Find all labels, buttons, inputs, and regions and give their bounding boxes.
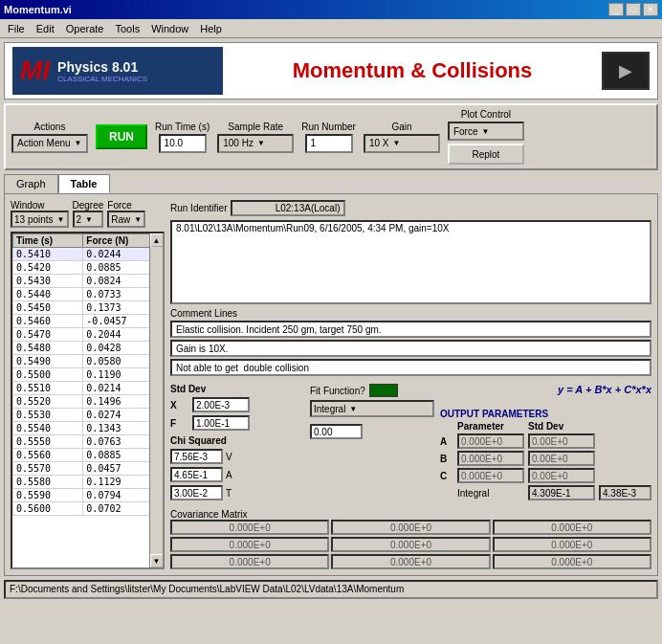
x-row: X [170, 397, 304, 412]
param-c-input [457, 468, 524, 483]
chi-val-input[interactable] [310, 424, 363, 439]
gain-group: Gain 10 X ▼ [364, 122, 440, 153]
menu-window[interactable]: Window [147, 22, 192, 35]
chi-input-1[interactable] [170, 467, 223, 482]
param-a-input [457, 433, 524, 449]
fit-type-select[interactable]: Integral ▼ [310, 400, 434, 417]
cov-grid [170, 520, 651, 569]
cov-cell [331, 520, 490, 535]
output-row-a: A [440, 433, 651, 449]
sample-rate-select[interactable]: 100 Hz ▼ [217, 134, 294, 153]
table-cell: 0.5550 [13, 435, 83, 449]
cov-cell [331, 554, 490, 569]
menu-operate[interactable]: Operate [62, 22, 108, 35]
window-title: Momentum.vi [4, 4, 72, 15]
table-tab[interactable]: Table [58, 174, 110, 193]
table-row: 0.5460-0.0457 [13, 315, 163, 328]
param-label-b: B [440, 454, 453, 464]
equation-display: y = A + B*x + C*x*x [558, 384, 651, 405]
stats-section: Std Dev X F Chi Squared V [170, 384, 651, 500]
std-a-input [528, 433, 595, 449]
actions-group: Actions Action Menu ▼ [11, 122, 88, 153]
table-row: 0.55600.0885 [13, 449, 163, 462]
col-time: Time (s) [13, 234, 83, 248]
table-row: 0.55200.1496 [13, 395, 163, 409]
table-cell: 0.5430 [13, 275, 83, 288]
chi-suffix-1: A [226, 470, 232, 480]
data-table: Time (s) Force (N) 0.54100.02440.54200.0… [12, 233, 163, 516]
chi-suffix-2: T [226, 488, 232, 499]
output-row-c: C [440, 468, 651, 483]
comment-input-3[interactable] [170, 359, 651, 376]
cov-cell [493, 520, 651, 535]
gain-arrow: ▼ [393, 139, 401, 147]
close-button[interactable]: ✕ [643, 3, 658, 16]
window-select[interactable]: 13 points ▼ [11, 211, 69, 228]
content-area: Window 13 points ▼ Degree 2 ▼ Force [4, 193, 658, 576]
action-menu-select[interactable]: Action Menu ▼ [11, 134, 88, 153]
scroll-up-button[interactable]: ▲ [150, 233, 164, 247]
table-cell: 0.5450 [13, 301, 83, 315]
table-cell: 0.5500 [13, 368, 83, 382]
menu-edit[interactable]: Edit [33, 22, 58, 35]
table-controls: Window 13 points ▼ Degree 2 ▼ Force [11, 200, 165, 228]
comment-input-1[interactable] [170, 321, 651, 338]
chi-sq-label: Chi Squared [170, 435, 304, 446]
run-number-input[interactable] [305, 134, 353, 153]
minimize-button[interactable]: _ [608, 3, 624, 16]
table-row: 0.56000.0702 [13, 502, 163, 516]
cov-cell [170, 520, 329, 535]
stats-left: Std Dev X F Chi Squared V [170, 384, 304, 500]
table-cell: 0.5510 [13, 382, 83, 395]
cov-cell [493, 537, 651, 552]
comment-section: Comment Lines [170, 308, 651, 376]
run-time-input[interactable] [159, 134, 207, 153]
window-group: Window 13 points ▼ [11, 200, 69, 228]
table-cell: 0.5560 [13, 449, 83, 462]
logo-area: MI Physics 8.01 CLASSICAL MECHANICS [12, 47, 223, 95]
force-arrow: ▼ [134, 215, 142, 224]
run-time-group: Run Time (s) [155, 122, 210, 153]
param-b-input [457, 451, 524, 466]
graph-tab[interactable]: Graph [4, 174, 58, 193]
fit-toggle[interactable] [369, 384, 398, 397]
run-button[interactable]: RUN [96, 124, 147, 149]
degree-group: Degree 2 ▼ [73, 200, 104, 228]
replot-button[interactable]: Replot [448, 144, 524, 165]
table-cell: 0.5460 [13, 315, 83, 328]
table-cell: 0.5470 [13, 328, 83, 342]
table-row: 0.54800.0428 [13, 342, 163, 355]
menu-help[interactable]: Help [196, 22, 226, 35]
cov-section: Covariance Matrix [170, 508, 651, 569]
plot-control-select[interactable]: Force ▼ [448, 122, 524, 141]
chi-input-2[interactable] [170, 485, 223, 500]
comment-input-2[interactable] [170, 340, 651, 357]
menu-file[interactable]: File [4, 22, 29, 35]
x-input[interactable] [192, 397, 250, 412]
f-label: F [170, 418, 189, 429]
main-title: Momentum & Collisions [223, 58, 602, 83]
run-id-badge: L02:13A(Local) [231, 200, 345, 216]
menu-tools[interactable]: Tools [111, 22, 143, 35]
window-label: Window [11, 200, 69, 211]
force-select[interactable]: Raw ▼ [107, 211, 145, 228]
table-row: 0.54400.0733 [13, 288, 163, 301]
degree-select[interactable]: 2 ▼ [73, 211, 104, 228]
scroll-down-button[interactable]: ▼ [150, 554, 164, 567]
maximize-button[interactable]: □ [626, 3, 641, 16]
f-input[interactable] [192, 415, 250, 431]
gain-select[interactable]: 10 X ▼ [364, 134, 440, 153]
fit-row: Fit Function? [310, 384, 434, 397]
plot-control-group: Plot Control Force ▼ Replot [448, 109, 524, 165]
std-c-input [528, 468, 595, 483]
param-col-header: Parameter [457, 421, 524, 432]
header-section: MI Physics 8.01 CLASSICAL MECHANICS Mome… [4, 42, 658, 100]
window-controls[interactable]: _ □ ✕ [608, 3, 658, 16]
scrollbar[interactable]: ▲ ▼ [149, 233, 163, 567]
chi-input-0[interactable] [170, 449, 223, 464]
fit-section: Fit Function? Integral ▼ [310, 384, 434, 500]
table-cell: 0.5590 [13, 489, 83, 502]
title-bar: Momentum.vi _ □ ✕ [0, 0, 662, 19]
std-dev-label: Std Dev [170, 384, 304, 394]
table-row: 0.55000.1190 [13, 368, 163, 382]
